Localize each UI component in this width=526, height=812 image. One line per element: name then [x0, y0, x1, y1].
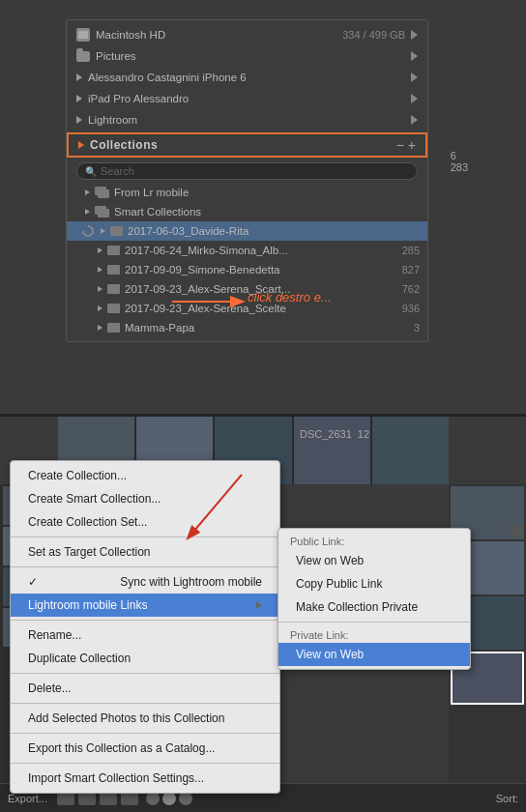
sort-label: Sort:	[496, 793, 518, 804]
expand-icon	[95, 284, 104, 294]
search-placeholder: Search	[101, 165, 134, 177]
menu-separator	[11, 536, 279, 537]
submenu-separator	[278, 622, 470, 623]
expand-icon	[98, 226, 107, 236]
right-numbers: 6 283	[451, 150, 468, 173]
menu-create-smart-collection[interactable]: Create Smart Collection...	[11, 487, 279, 510]
collection-name: 2017-06-24_Mirko-Simona_Alb...	[125, 245, 398, 256]
expand-icon	[95, 323, 104, 333]
collection-davide-rita[interactable]: 2017-06-03_Davide-Rita	[67, 221, 427, 241]
expand-icon	[95, 304, 104, 313]
annotation-text: click destro e...	[248, 290, 332, 304]
collection-count: 936	[402, 303, 420, 314]
collection-simone-benedetta[interactable]: 2017-09-09_Simone-Benedetta 827	[67, 260, 427, 279]
collection-icon	[107, 246, 120, 255]
menu-set-target[interactable]: Set as Target Collection	[11, 540, 279, 564]
ipad-row[interactable]: iPad Pro Alessandro	[67, 88, 427, 109]
collection-icon	[107, 323, 120, 333]
context-menu: Create Collection... Create Smart Collec…	[10, 460, 280, 794]
menu-export-catalog[interactable]: Export this Collection as a Catalog...	[11, 737, 279, 760]
collection-icon	[107, 304, 120, 313]
thumb-bg-5	[372, 417, 449, 484]
collections-expand-icon	[78, 141, 84, 149]
collection-smart-collections[interactable]: Smart Collections	[67, 202, 427, 221]
lightroom-row[interactable]: Lightroom	[67, 109, 427, 130]
iphone-row[interactable]: Alessandro Castagnini iPhone 6	[67, 67, 427, 88]
collection-name: 2017-06-03_Davide-Rita	[128, 225, 420, 237]
menu-separator	[11, 566, 279, 567]
menu-sync-lightroom[interactable]: Sync with Lightroom mobile	[11, 570, 279, 594]
ipad-label: iPad Pro Alessandro	[88, 93, 405, 104]
collection-count: 285	[402, 245, 420, 256]
search-icon: 🔍	[85, 166, 97, 177]
collection-name: 2017-09-09_Simone-Benedetta	[125, 264, 398, 276]
submenu-private-view-on-web[interactable]: View on Web	[278, 643, 470, 666]
submenu-make-private[interactable]: Make Collection Private	[278, 595, 470, 619]
submenu-public-label: Public Link:	[278, 532, 470, 549]
collection-name: Smart Collections	[114, 206, 420, 218]
submenu-view-on-web[interactable]: View on Web	[278, 549, 470, 572]
menu-separator	[11, 763, 279, 764]
device-arrow-icon	[76, 73, 82, 81]
collection-icon	[110, 226, 123, 236]
submenu-copy-public-link[interactable]: Copy Public Link	[278, 572, 470, 595]
macintosh-hd-size: 334 / 499 GB	[342, 29, 405, 41]
drive-icon	[76, 28, 90, 42]
submenu-private-label: Private Link:	[278, 625, 470, 643]
menu-separator	[11, 673, 279, 674]
smart-collection-icon	[95, 206, 109, 218]
device-arrow-icon	[76, 95, 82, 102]
row-arrow-icon	[411, 94, 418, 103]
pictures-label: Pictures	[96, 50, 405, 62]
collection-icon	[107, 265, 120, 275]
macintosh-hd-row[interactable]: Macintosh HD 334 / 499 GB	[67, 24, 427, 45]
menu-item-label: Lightroom mobile Links	[28, 598, 147, 612]
expand-icon	[95, 265, 104, 275]
collection-mamma-papa[interactable]: Mamma-Papa 3	[67, 318, 427, 337]
collection-mirko-simona[interactable]: 2017-06-24_Mirko-Simona_Alb... 285	[67, 241, 427, 260]
collection-from-lr-mobile[interactable]: From Lr mobile	[67, 183, 427, 202]
menu-separator	[11, 733, 279, 734]
number-line2: 283	[451, 161, 468, 173]
annotation-arrow	[172, 295, 249, 309]
expand-icon	[82, 207, 92, 217]
sub-menu: Public Link: View on Web Copy Public Lin…	[278, 528, 471, 670]
number-line1: 6	[451, 150, 468, 161]
sync-icon	[80, 223, 97, 240]
menu-add-selected[interactable]: Add Selected Photos to this Collection	[11, 707, 279, 730]
macintosh-hd-label: Macintosh HD	[96, 29, 342, 41]
collections-plus-button[interactable]: +	[408, 137, 416, 153]
folder-icon	[76, 51, 90, 62]
row-arrow-icon	[411, 51, 418, 61]
device-arrow-icon	[76, 116, 82, 124]
collection-set-icon	[95, 187, 109, 198]
expand-icon	[95, 246, 104, 255]
collection-name: From Lr mobile	[114, 187, 420, 198]
menu-delete[interactable]: Delete...	[11, 677, 279, 700]
expand-icon	[82, 188, 92, 197]
row-arrow-icon	[411, 72, 418, 82]
collections-minus-button[interactable]: −	[396, 137, 404, 153]
submenu-arrow-icon	[256, 601, 262, 609]
collection-count: 827	[402, 264, 420, 276]
dsc-label: DSC_2631	[300, 428, 352, 440]
dsc-count: 12	[358, 428, 369, 440]
row-arrow-icon	[411, 115, 418, 125]
menu-duplicate[interactable]: Duplicate Collection	[11, 647, 279, 670]
menu-create-collection[interactable]: Create Collection...	[11, 464, 279, 487]
row-arrow-icon	[411, 30, 418, 40]
pictures-row[interactable]: Pictures	[67, 45, 427, 67]
collection-count: 3	[414, 322, 420, 334]
menu-rename[interactable]: Rename...	[11, 624, 279, 647]
collections-header[interactable]: Collections − +	[67, 132, 427, 158]
iphone-label: Alessandro Castagnini iPhone 6	[88, 72, 405, 83]
menu-lightroom-mobile-links[interactable]: Lightroom mobile Links	[11, 594, 279, 617]
export-label[interactable]: Export...	[8, 793, 47, 804]
menu-create-collection-set[interactable]: Create Collection Set...	[11, 510, 279, 534]
bottom-section: Create Collection... Create Smart Collec…	[0, 417, 526, 812]
thumb-bg-4	[294, 417, 370, 484]
menu-import-smart[interactable]: Import Smart Collection Settings...	[11, 767, 279, 790]
thumb-badge	[511, 526, 522, 537]
search-box[interactable]: 🔍 Search	[76, 162, 418, 180]
collection-count: 762	[402, 283, 420, 295]
